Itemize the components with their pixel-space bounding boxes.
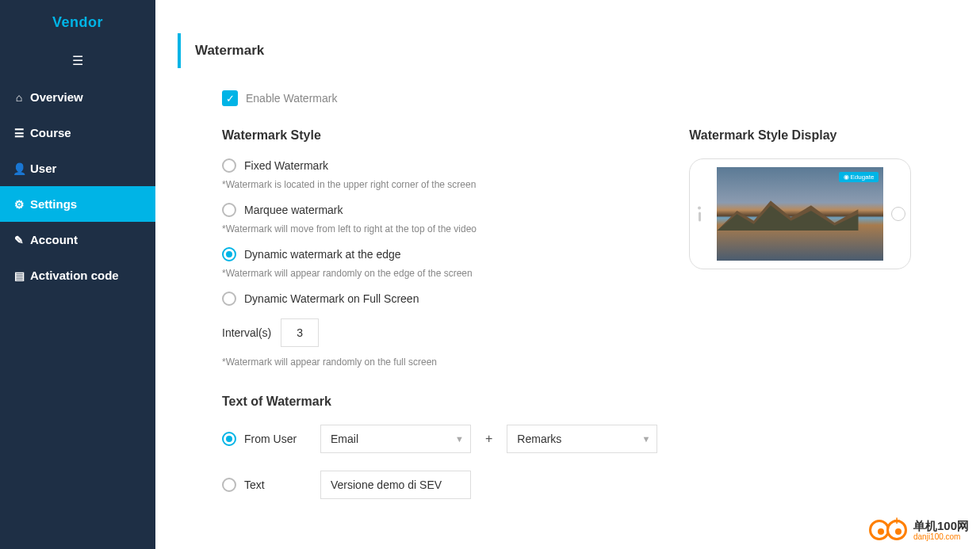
main-content: Watermark ✓ Enable Watermark Watermark S…: [155, 0, 980, 549]
edit-icon: ✎: [13, 234, 25, 246]
panel-title: Watermark: [195, 43, 944, 59]
check-icon: ✓: [226, 93, 235, 105]
sidebar-item-user[interactable]: 👤 User: [0, 151, 155, 186]
user-icon: 👤: [13, 162, 25, 175]
sidebar-item-overview[interactable]: ⌂ Overview: [0, 79, 155, 115]
interval-label: Interval(s): [222, 326, 271, 339]
watermark-style-column: Watermark Style Fixed Watermark *Waterma…: [222, 128, 657, 517]
sidebar-item-account[interactable]: ✎ Account: [0, 222, 155, 257]
gears-icon: ⚙: [13, 198, 25, 211]
select-value[interactable]: [321, 425, 470, 452]
radio-label: Dynamic watermark at the edge: [244, 248, 401, 261]
preview-heading: Watermark Style Display: [689, 128, 913, 143]
footer-logo-text-en: danji100.com: [913, 532, 969, 541]
enable-watermark-label: Enable Watermark: [246, 92, 337, 105]
sliders-icon: ☰: [13, 127, 25, 139]
radio-text[interactable]: [222, 478, 236, 492]
text-row: Text: [222, 471, 657, 499]
radio-label: From User: [244, 433, 297, 445]
sidebar: Vendor ☰ ⌂ Overview ☰ Course 👤 User ⚙ Se…: [0, 0, 155, 549]
radio-row-marquee: Marquee watermark: [222, 203, 657, 217]
badge-text: Edugate: [851, 173, 875, 181]
radio-label: Text: [244, 478, 265, 491]
radio-dynamic-edge-watermark[interactable]: [222, 247, 236, 261]
brand-title: Vendor: [0, 0, 155, 45]
watermark-style-heading: Watermark Style: [222, 128, 657, 143]
footer-logo-text-cn: 单机100网: [913, 520, 969, 533]
menu-toggle-button[interactable]: ☰: [0, 45, 155, 79]
sidebar-item-label: Activation code: [30, 269, 119, 282]
radio-row-dynamic-edge: Dynamic watermark at the edge: [222, 247, 657, 261]
sidebar-item-course[interactable]: ☰ Course: [0, 115, 155, 151]
panel-header: Watermark: [178, 33, 958, 68]
sidebar-item-activation-code[interactable]: ▤ Activation code: [0, 257, 155, 293]
enable-watermark-checkbox[interactable]: ✓: [222, 90, 238, 106]
enable-watermark-row: ✓ Enable Watermark: [222, 90, 913, 106]
phone-speaker-icon: [698, 207, 701, 222]
watermark-badge: ◉ Edugate: [839, 172, 879, 182]
interval-row: Interval(s): [222, 318, 657, 347]
radio-fixed-watermark[interactable]: [222, 158, 236, 173]
sidebar-nav: ⌂ Overview ☰ Course 👤 User ⚙ Settings ✎ …: [0, 79, 155, 293]
radio-label: Dynamic Watermark on Full Screen: [244, 292, 419, 305]
radio-row-dynamic-fullscreen: Dynamic Watermark on Full Screen: [222, 292, 657, 306]
from-user-row: From User ▼ + ▼: [222, 425, 657, 453]
text-watermark-heading: Text of Watermark: [222, 395, 657, 409]
footer-logo: 单机100网 danji100.com: [869, 520, 969, 542]
radio-marquee-watermark[interactable]: [222, 203, 236, 217]
sidebar-item-label: Course: [30, 126, 71, 139]
phone-home-button-icon: [891, 207, 905, 221]
home-icon: ⌂: [13, 91, 25, 104]
radio-label: Marquee watermark: [244, 204, 343, 216]
book-icon: ▤: [13, 269, 25, 282]
watermark-panel: Watermark ✓ Enable Watermark Watermark S…: [178, 33, 958, 517]
radio-dynamic-fullscreen-watermark[interactable]: [222, 292, 236, 306]
phone-preview-frame: ◉ Edugate: [689, 158, 911, 269]
radio-row-fixed: Fixed Watermark: [222, 158, 657, 173]
sidebar-item-label: Overview: [30, 90, 83, 104]
join-plus: +: [482, 432, 496, 446]
mountain-illustration: [717, 197, 858, 231]
hint-text: *Watermark will appear randomly on the e…: [222, 268, 657, 279]
radio-label: Fixed Watermark: [244, 159, 328, 172]
sidebar-item-label: Account: [30, 233, 78, 246]
select-value[interactable]: [507, 425, 657, 452]
badge-icon: ◉: [844, 173, 849, 181]
watermark-text-input[interactable]: [320, 471, 471, 499]
logo-eyes-icon: [869, 520, 907, 540]
hamburger-icon: ☰: [72, 54, 83, 67]
radio-from-user[interactable]: [222, 432, 236, 446]
hint-text: *Watermark will appear randomly on the f…: [222, 356, 657, 368]
interval-input[interactable]: [281, 318, 319, 347]
from-user-select-1[interactable]: ▼: [320, 425, 471, 453]
phone-screen: ◉ Edugate: [717, 167, 883, 261]
watermark-preview-column: Watermark Style Display: [689, 128, 913, 517]
from-user-select-2[interactable]: ▼: [507, 425, 657, 453]
hint-text: *Watermark will move from left to right …: [222, 223, 657, 234]
hint-text: *Watermark is located in the upper right…: [222, 179, 657, 190]
sidebar-item-label: Settings: [30, 197, 77, 211]
sidebar-item-label: User: [30, 162, 56, 175]
sidebar-item-settings[interactable]: ⚙ Settings: [0, 186, 155, 222]
